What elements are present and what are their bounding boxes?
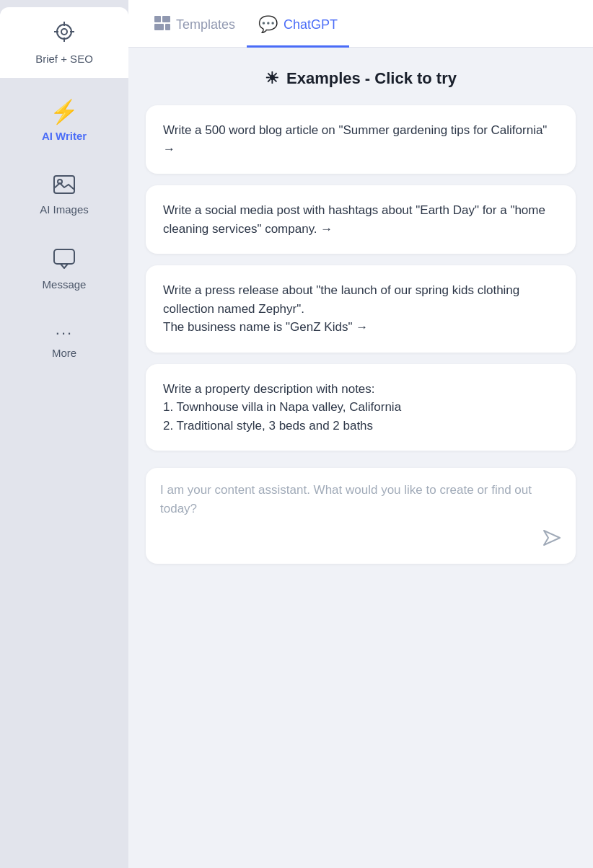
svg-rect-12: [165, 24, 170, 30]
sidebar-item-ai-writer[interactable]: ⚡ AI Writer: [0, 85, 128, 155]
examples-header: ☀ Examples - Click to try: [146, 69, 576, 88]
sun-icon: ☀: [265, 69, 279, 88]
example-card-4-text: Write a property description with notes:…: [163, 382, 401, 433]
tab-chatgpt[interactable]: 💬 ChatGPT: [247, 1, 349, 48]
sidebar-item-more[interactable]: ··· More: [0, 311, 128, 372]
svg-point-1: [61, 29, 67, 35]
example-card-4[interactable]: Write a property description with notes:…: [146, 364, 576, 451]
sidebar-label-ai-images: AI Images: [40, 203, 89, 216]
templates-icon: [154, 16, 170, 34]
chatgpt-icon: 💬: [258, 15, 278, 34]
svg-rect-10: [162, 16, 170, 22]
sidebar: Brief + SEO ⚡ AI Writer AI Images Messag…: [0, 0, 128, 868]
dots-icon: ···: [56, 324, 73, 342]
svg-point-0: [57, 25, 71, 39]
sidebar-label-ai-writer: AI Writer: [42, 130, 87, 142]
chat-input-container[interactable]: I am your content assistant. What would …: [146, 468, 576, 564]
sidebar-label-more: More: [52, 347, 76, 359]
svg-rect-11: [154, 24, 164, 30]
tab-chatgpt-label: ChatGPT: [284, 17, 338, 32]
tab-bar: Templates 💬 ChatGPT: [128, 0, 593, 48]
example-card-2[interactable]: Write a social media post with hashtags …: [146, 185, 576, 254]
sidebar-item-message[interactable]: Message: [0, 236, 128, 304]
sidebar-label-message: Message: [43, 278, 87, 291]
chat-input-footer: [160, 529, 561, 551]
example-card-1[interactable]: Write a 500 word blog article on "Summer…: [146, 105, 576, 174]
examples-header-label: Examples - Click to try: [286, 69, 457, 88]
example-card-3[interactable]: Write a press release about "the launch …: [146, 265, 576, 353]
target-icon: [53, 20, 76, 48]
svg-rect-8: [54, 249, 74, 264]
tab-templates-label: Templates: [176, 17, 235, 32]
main-content: Templates 💬 ChatGPT ☀ Examples - Click t…: [128, 0, 593, 868]
tab-templates[interactable]: Templates: [143, 1, 247, 48]
sidebar-label-brief-seo: Brief + SEO: [35, 53, 93, 65]
message-icon: [53, 249, 75, 274]
sidebar-item-brief-seo[interactable]: Brief + SEO: [0, 7, 128, 78]
chat-input-placeholder: I am your content assistant. What would …: [160, 481, 561, 518]
example-card-2-text: Write a social media post with hashtags …: [163, 203, 545, 236]
content-area: ☀ Examples - Click to try Write a 500 wo…: [128, 48, 593, 868]
send-icon[interactable]: [543, 529, 561, 551]
lightning-icon: ⚡: [50, 98, 79, 125]
sidebar-item-ai-images[interactable]: AI Images: [0, 162, 128, 229]
svg-rect-9: [154, 16, 161, 22]
example-card-1-text: Write a 500 word blog article on "Summer…: [163, 123, 547, 156]
example-card-3-text: Write a press release about "the launch …: [163, 283, 519, 334]
image-icon: [53, 175, 75, 199]
